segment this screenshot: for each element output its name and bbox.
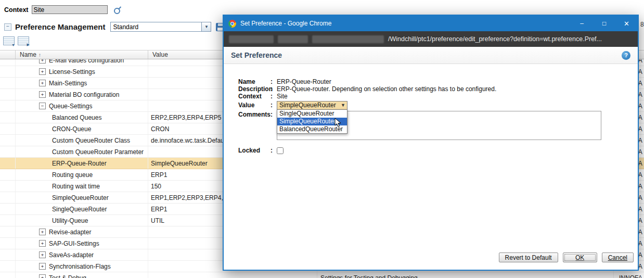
view-selector-input[interactable] <box>110 22 202 32</box>
tree-toggle-icon[interactable]: + <box>39 229 46 235</box>
name-row: Name : ERP-Queue-Router <box>238 78 601 85</box>
screen: Context − Preference Management ▼ ▼ ▶ Na… <box>0 0 644 278</box>
preference-form: Name : ERP-Queue-Router Description : ER… <box>238 78 601 154</box>
row-name: CRON-Queue <box>52 125 91 133</box>
row-name-cell: SingleQueueRouter <box>16 204 148 214</box>
value-row: Value : SimpleQueueRouter ▼ <box>238 100 601 110</box>
sort-ascending-icon: ↑ <box>38 52 41 58</box>
redacted-url-segment <box>278 35 308 43</box>
revert-to-default-button[interactable]: Revert to Default <box>499 252 558 262</box>
row-spacer-cell <box>0 226 16 237</box>
row-spacer-cell <box>0 59 16 66</box>
row-name: Balanced Queues <box>52 114 101 121</box>
row-name-cell: SimpleQueueRouter <box>16 192 148 203</box>
row-spacer-cell <box>0 261 16 272</box>
row-name-cell: + Synchronisation-Flags <box>16 261 148 272</box>
context-field-label: Context <box>238 93 271 100</box>
row-spacer-cell <box>0 181 16 192</box>
help-icon[interactable]: ? <box>622 51 630 60</box>
minimize-button[interactable]: – <box>571 16 593 31</box>
table-header-spacer <box>0 50 16 59</box>
row-name: Test & Debug <box>49 274 86 278</box>
page-title: Preference Management <box>15 22 105 31</box>
row-name: Main-Settings <box>49 80 87 87</box>
chevron-down-icon[interactable]: ▼ <box>202 22 211 32</box>
redacted-url-segment <box>312 35 384 43</box>
preference-management-header: − Preference Management ▼ <box>4 22 225 32</box>
table-row[interactable]: + Test & Debug Settings for Testing and … <box>0 272 644 278</box>
description-row: Description : ERP-Queue-router. Dependin… <box>238 85 601 93</box>
description-label: Description <box>238 85 271 93</box>
chrome-icon <box>228 20 236 28</box>
cancel-button[interactable]: Cancel <box>602 252 634 262</box>
column-header-name[interactable]: Name ↑ <box>16 50 148 59</box>
tree-toggle-icon[interactable]: + <box>39 59 46 64</box>
row-spacer-cell <box>0 249 16 260</box>
row-spacer-cell <box>0 169 16 180</box>
row-name-cell: Routing queue <box>16 169 148 180</box>
tree-toggle-icon[interactable]: + <box>39 240 46 247</box>
close-button[interactable]: ✕ <box>615 16 638 31</box>
row-spacer-cell <box>0 66 16 77</box>
row-spacer-cell <box>0 192 16 203</box>
row-edge-text: INNOFA <box>614 272 644 278</box>
row-name-cell: + SAP-GUI-Settings <box>16 238 148 249</box>
row-spacer-cell <box>0 123 16 134</box>
row-name-cell: + Revise-adapter <box>16 226 148 237</box>
row-name-cell: ERP-Queue-Router <box>16 158 148 169</box>
row-name: SimpleQueueRouter <box>52 194 109 201</box>
locked-row: Locked : <box>238 147 601 154</box>
row-spacer-cell <box>0 112 16 123</box>
row-name-cell: + License-Settings <box>16 66 148 77</box>
row-name: Queue-Settings <box>49 103 92 110</box>
comments-label: Comments <box>238 111 271 140</box>
row-name: Routing queue <box>52 171 93 179</box>
dropdown-option[interactable]: SingleQueueRouter <box>277 110 347 118</box>
redacted-url-segment <box>229 35 274 43</box>
tree-toggle-icon[interactable]: + <box>39 91 46 98</box>
value-select[interactable]: SimpleQueueRouter ▼ <box>277 101 347 110</box>
row-spacer-cell <box>0 78 16 89</box>
locked-checkbox[interactable] <box>277 147 284 154</box>
row-name: ERP-Queue-Router <box>52 160 107 167</box>
value-selected-option: SimpleQueueRouter <box>279 102 336 109</box>
chrome-icon-core <box>231 22 234 25</box>
tree-toggle-icon[interactable]: + <box>39 80 46 86</box>
window-titlebar[interactable]: Set Preference - Google Chrome – □ ✕ <box>224 16 638 31</box>
context-input[interactable] <box>32 5 108 14</box>
context-bar: Context <box>4 5 122 14</box>
name-label: Name <box>238 78 271 85</box>
dialog-header: Set Preference ? <box>224 47 638 64</box>
expand-rows-icon[interactable]: ▶ <box>18 36 29 45</box>
context-row: Context : Site <box>238 93 601 100</box>
search-icon[interactable] <box>113 5 122 14</box>
window-title: Set Preference - Google Chrome <box>240 20 571 27</box>
tree-toggle-icon[interactable]: + <box>39 263 46 270</box>
url-path: /Windchill/ptc1/preference/edit_preferen… <box>388 35 602 43</box>
row-spacer-cell <box>0 238 16 249</box>
row-name-cell: + Test & Debug <box>16 272 148 278</box>
tree-toggle-icon[interactable]: + <box>39 274 46 278</box>
table-view-icon[interactable]: ▼ <box>3 36 15 45</box>
row-name-cell: − Queue-Settings <box>16 100 148 111</box>
tree-toggle-icon[interactable]: + <box>39 68 46 75</box>
collapse-icon[interactable]: − <box>4 23 11 31</box>
row-value <box>148 272 317 278</box>
row-name-cell: + E-Mail values configuration <box>16 59 148 66</box>
view-selector: ▼ <box>110 22 211 32</box>
row-name: Custom QueueRouter Parameter <box>52 148 144 156</box>
row-spacer-cell <box>0 272 16 278</box>
row-spacer-cell <box>0 146 16 157</box>
row-name: SaveAs-adapter <box>49 251 94 259</box>
ok-button[interactable]: OK <box>563 252 597 262</box>
value-label: Value <box>238 102 271 109</box>
description-value: ERP-Queue-router. Depending on selection… <box>277 85 496 93</box>
tree-toggle-icon[interactable]: − <box>39 103 46 109</box>
row-name-cell: Utility-Queue <box>16 215 148 226</box>
maximize-button[interactable]: □ <box>593 16 615 31</box>
address-bar[interactable]: /Windchill/ptc1/preference/edit_preferen… <box>224 31 638 47</box>
mouse-cursor <box>334 118 341 128</box>
tree-toggle-icon[interactable]: + <box>39 251 46 258</box>
locked-label: Locked <box>238 147 271 154</box>
row-name: Synchronisation-Flags <box>49 263 111 270</box>
